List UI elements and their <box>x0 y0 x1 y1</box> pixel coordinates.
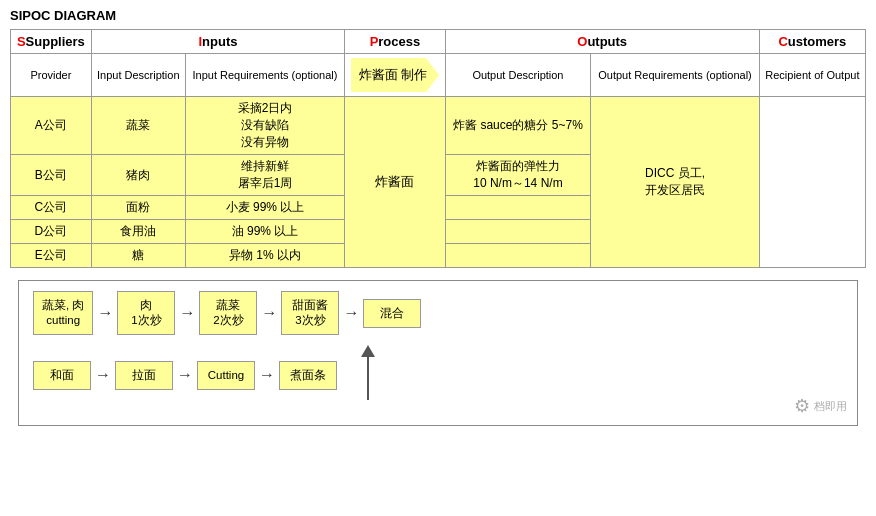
flow-row-2: 和面 → 拉面 → Cutting → 煮面条 <box>33 345 843 405</box>
output-req-cell <box>445 244 591 268</box>
output-desc-cell: 炸酱面 <box>345 97 445 268</box>
output-req-cell <box>445 220 591 244</box>
subheader-recipient: Recipient of Output <box>759 54 865 97</box>
flow-box-3: 蔬菜 2次炒 <box>199 291 257 335</box>
flow-box-7: 拉面 <box>115 361 173 390</box>
output-req-cell: 炸酱面的弹性力 10 N/m～14 N/m <box>445 155 591 196</box>
supplier-cell: B公司 <box>11 155 92 196</box>
subheader-input-req: Input Requirements (optional) <box>185 54 345 97</box>
flow-arrow-5: → <box>95 366 111 384</box>
output-req-cell <box>445 196 591 220</box>
req-cell: 采摘2日内 没有缺陷 没有异物 <box>185 97 345 155</box>
page-title: SIPOC DIAGRAM <box>10 8 866 23</box>
supplier-cell: D公司 <box>11 220 92 244</box>
flow-arrow-7: → <box>259 366 275 384</box>
flow-row-1: 蔬菜, 肉 cutting → 肉 1次炒 → 蔬菜 2次炒 → 甜面酱 3次炒… <box>33 291 843 335</box>
supplier-cell: A公司 <box>11 97 92 155</box>
subheader-output-desc: Output Description <box>445 54 591 97</box>
flow-arrow-6: → <box>177 366 193 384</box>
input-cell: 猪肉 <box>91 155 185 196</box>
vertical-arrow-svg <box>343 345 393 405</box>
flow-box-8: Cutting <box>197 361 255 390</box>
watermark-icon: ⚙ <box>794 395 810 417</box>
supplier-cell: E公司 <box>11 244 92 268</box>
output-req-cell: 炸酱 sauce的糖分 5~7% <box>445 97 591 155</box>
table-row: A公司 蔬菜 采摘2日内 没有缺陷 没有异物 炸酱面 炸酱 sauce的糖分 5… <box>11 97 866 155</box>
flow-box-4: 甜面酱 3次炒 <box>281 291 339 335</box>
flow-box-6: 和面 <box>33 361 91 390</box>
req-cell: 油 99% 以上 <box>185 220 345 244</box>
sipoc-table: SSuppliers Inputs Process Outputs Custom… <box>10 29 866 268</box>
watermark-text: 档即用 <box>814 399 847 414</box>
header-process: Process <box>345 30 445 54</box>
flow-arrow-2: → <box>179 304 195 322</box>
process-arrow-shape: 炸酱面 制作 <box>351 58 440 92</box>
supplier-cell: C公司 <box>11 196 92 220</box>
req-cell: 维持新鲜 屠宰后1周 <box>185 155 345 196</box>
req-cell: 小麦 99% 以上 <box>185 196 345 220</box>
svg-marker-1 <box>361 345 375 357</box>
flow-box-5: 混合 <box>363 299 421 328</box>
process-cell: 炸酱面 制作 <box>345 54 445 97</box>
req-cell: 异物 1% 以内 <box>185 244 345 268</box>
flow-arrow-3: → <box>261 304 277 322</box>
input-cell: 面粉 <box>91 196 185 220</box>
header-suppliers: SSuppliers <box>11 30 92 54</box>
input-cell: 食用油 <box>91 220 185 244</box>
flow-box-9: 煮面条 <box>279 361 337 390</box>
flow-arrow-4: → <box>343 304 359 322</box>
flow-box-2: 肉 1次炒 <box>117 291 175 335</box>
watermark: ⚙ 档即用 <box>794 395 847 417</box>
flow-section: 蔬菜, 肉 cutting → 肉 1次炒 → 蔬菜 2次炒 → 甜面酱 3次炒… <box>18 280 858 426</box>
input-cell: 蔬菜 <box>91 97 185 155</box>
subheader-provider: Provider <box>11 54 92 97</box>
flow-box-1: 蔬菜, 肉 cutting <box>33 291 93 335</box>
flow-arrow-1: → <box>97 304 113 322</box>
subheader-input-desc: Input Description <box>91 54 185 97</box>
input-cell: 糖 <box>91 244 185 268</box>
page: SIPOC DIAGRAM SSuppliers Inputs Process … <box>0 0 876 434</box>
customers-cell: DICC 员工, 开发区居民 <box>591 97 759 268</box>
header-customers: Customers <box>759 30 865 54</box>
header-inputs: Inputs <box>91 30 345 54</box>
subheader-output-req: Output Requirements (optional) <box>591 54 759 97</box>
header-outputs: Outputs <box>445 30 759 54</box>
